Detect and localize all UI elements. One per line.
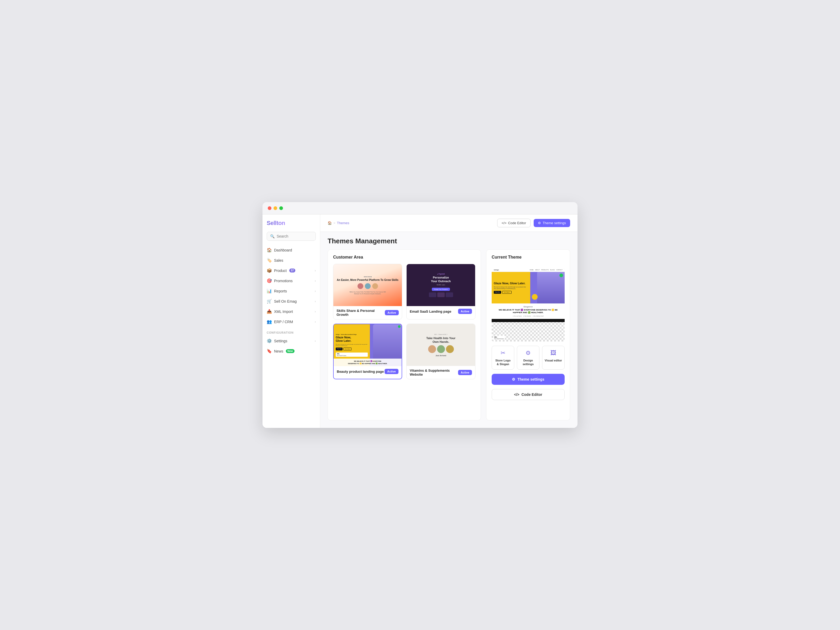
sidebar-item-label: Sell On Emag [274, 299, 297, 303]
sidebar-item-promotions[interactable]: 🎯 Promotions › [262, 276, 320, 286]
app-window: Sellton 🔍 🏠 Dashboard 🏷️ Sales 📦 Product… [262, 202, 578, 428]
sidebar-item-news[interactable]: 🔖 News New [262, 346, 320, 356]
topbar-actions: </> Code Editor ⚙ Theme settings [497, 219, 570, 227]
chevron-right-icon: › [315, 310, 316, 313]
code-editor-icon: </> [514, 392, 519, 396]
vitamins-name: Vitamins & Supplements Website [410, 369, 458, 376]
panel-code-editor-button[interactable]: </> Code Editor [492, 389, 565, 400]
theme-settings-label: Theme settings [543, 221, 566, 225]
page-title: Themes Management [320, 232, 578, 249]
sidebar-item-sales[interactable]: 🏷️ Sales [262, 255, 320, 265]
mockup-nav-blogs: BLOGS [550, 269, 555, 271]
mockup-elegance-title: WE BELIEVE ✳ THAT 🟪 EVERYONE DESERVES TO… [494, 309, 562, 314]
minimize-dot[interactable] [273, 206, 277, 210]
promotions-icon: 🎯 [267, 278, 272, 283]
theme-thumbnail-beauty: minigo home about products blogs Glaze N… [334, 324, 402, 366]
themes-grid: ◀◀◀ ◀◀◀ An Easier, More Powerful Platfor… [333, 264, 475, 379]
mockup-nav-about: ABOUT [535, 269, 540, 271]
sidebar-item-xml-import[interactable]: 📥 XML Import › [262, 306, 320, 317]
search-box[interactable]: 🔍 [267, 232, 316, 241]
mockup-nav-products: PRODUCTS [541, 269, 549, 271]
maximize-dot[interactable] [279, 206, 283, 210]
app-logo: Sellton [267, 220, 285, 226]
home-icon: 🏠 [328, 221, 332, 225]
vitamins-info: Vitamins & Supplements Website Active [407, 366, 475, 379]
visual-editor-button[interactable]: 🖼 Visual editor [542, 346, 565, 369]
mockup-navbar: minigo HOME ABOUT PRODUCTS BLOGS CONTACT [492, 268, 565, 272]
store-logo-icon: ✂ [501, 350, 505, 357]
email-status[interactable]: Active [458, 309, 472, 314]
sidebar-item-label: Settings [274, 339, 287, 343]
sidebar-item-label: News [274, 349, 283, 353]
sidebar-item-label: Product [274, 268, 287, 273]
theme-thumbnail-email: ⬥ Fypredi PersonalizeYour Outreach 50,00… [407, 264, 475, 306]
beauty-preview: minigo home about products blogs Glaze N… [334, 324, 402, 366]
product-icon: 📦 [267, 268, 272, 273]
mockup-hero-right [530, 272, 565, 303]
sidebar-item-sell-on-emag[interactable]: 🛒 Sell On Emag › [262, 296, 320, 306]
sidebar-item-label: XML Import [274, 309, 293, 314]
theme-card-beauty[interactable]: minigo home about products blogs Glaze N… [333, 324, 402, 379]
vitamins-status[interactable]: Active [458, 370, 472, 375]
no-harm-item: ✦ Do not Harm [513, 315, 522, 317]
xml-icon: 📥 [267, 309, 272, 314]
no-alcohol-item: ✦ No Alcohol [523, 315, 531, 317]
vitamins-preview: ⊞ ≡ ❍ that vit ⊞ ❍ Take Health Into Your… [407, 324, 475, 366]
code-editor-label: Code Editor [508, 221, 526, 225]
sidebar-item-reports[interactable]: 📊 Reports › [262, 286, 320, 296]
theme-thumbnail-vitamins: ⊞ ≡ ❍ that vit ⊞ ❍ Take Health Into Your… [407, 324, 475, 366]
sidebar-item-label: Sales [274, 258, 283, 262]
store-logo-button[interactable]: ✂ Store Logo & Slogan [492, 346, 514, 369]
visual-editor-icon: 🖼 [551, 350, 556, 357]
mockup-shop-btn: Shop Now [494, 291, 501, 294]
sidebar-item-settings[interactable]: ⚙️ Settings › [262, 336, 320, 346]
breadcrumb-separator: > [333, 221, 335, 225]
sell-emag-icon: 🛒 [267, 299, 272, 304]
panel-theme-settings-button[interactable]: ⚙ Theme settings [492, 374, 565, 385]
mockup-elegance-items: ✦ Do not Harm ✦ No Alcohol ✦ No Artifici… [494, 315, 562, 317]
mockup-hero: Glaze Now, Glow Later. We want to bring … [492, 272, 565, 303]
settings-icon: ⚙️ [267, 338, 272, 343]
theme-settings-button[interactable]: ⚙ Theme settings [534, 219, 570, 227]
sidebar-item-erp-crm[interactable]: 👥 ERP / CRM › [262, 317, 320, 327]
customer-area-panel: Customer Area ◀◀◀ ◀◀◀ An Easier, More Po… [328, 249, 481, 420]
sidebar-item-label: Dashboard [274, 248, 292, 252]
quick-actions: ✂ Store Logo & Slogan ⚙ Design settings … [492, 346, 565, 369]
theme-card-skills[interactable]: ◀◀◀ ◀◀◀ An Easier, More Powerful Platfor… [333, 264, 402, 319]
topbar: 🏠 > Themes </> Code Editor ⚙ Theme setti… [320, 215, 578, 232]
sidebar-item-product[interactable]: 📦 Product 57 › [262, 265, 320, 276]
beauty-status[interactable]: Active [385, 369, 398, 374]
sales-icon: 🏷️ [267, 258, 272, 263]
content-body: Customer Area ◀◀◀ ◀◀◀ An Easier, More Po… [320, 249, 578, 428]
erp-icon: 👥 [267, 319, 272, 324]
chevron-right-icon: › [315, 339, 316, 343]
skills-preview: ◀◀◀ ◀◀◀ An Easier, More Powerful Platfor… [333, 264, 402, 306]
mockup-logo: minigo [494, 269, 499, 271]
design-settings-button[interactable]: ⚙ Design settings [517, 346, 540, 369]
mockup-elegance-section: Elegance WE BELIEVE ✳ THAT 🟪 EVERYONE DE… [492, 303, 565, 319]
skills-info: Skills Share & Personal Growth Active [333, 306, 402, 319]
customer-area-title: Customer Area [333, 255, 475, 260]
theme-card-email[interactable]: ⬥ Fypredi PersonalizeYour Outreach 50,00… [406, 264, 475, 319]
news-badge: New [286, 349, 295, 353]
design-settings-label: Design settings [519, 358, 537, 366]
mockup-buttons: Shop Now Go to Store > [494, 291, 528, 294]
sidebar-item-dashboard[interactable]: 🏠 Dashboard [262, 245, 320, 255]
product-badge: 57 [289, 268, 295, 273]
close-dot[interactable] [268, 206, 272, 210]
panel-code-editor-label: Code Editor [521, 392, 542, 396]
chevron-right-icon: › [315, 320, 316, 324]
search-icon: 🔍 [270, 234, 275, 238]
search-input[interactable] [277, 234, 313, 238]
mockup-counter: 200+ New Stock Products [493, 336, 505, 340]
current-theme-mockup: minigo HOME ABOUT PRODUCTS BLOGS CONTACT [492, 268, 565, 341]
email-preview: ⬥ Fypredi PersonalizeYour Outreach 50,00… [407, 264, 475, 306]
skills-name: Skills Share & Personal Growth [336, 309, 385, 317]
theme-card-vitamins[interactable]: ⊞ ≡ ❍ that vit ⊞ ❍ Take Health Into Your… [406, 324, 475, 379]
mockup-nav-contact: CONTACT [556, 269, 562, 271]
code-editor-button[interactable]: </> Code Editor [497, 219, 531, 227]
skills-status[interactable]: Active [385, 310, 399, 315]
mockup-hero-left: Glaze Now, Glow Later. We want to bring … [492, 272, 530, 303]
design-settings-icon: ⚙ [526, 350, 531, 357]
reports-icon: 📊 [267, 289, 272, 294]
